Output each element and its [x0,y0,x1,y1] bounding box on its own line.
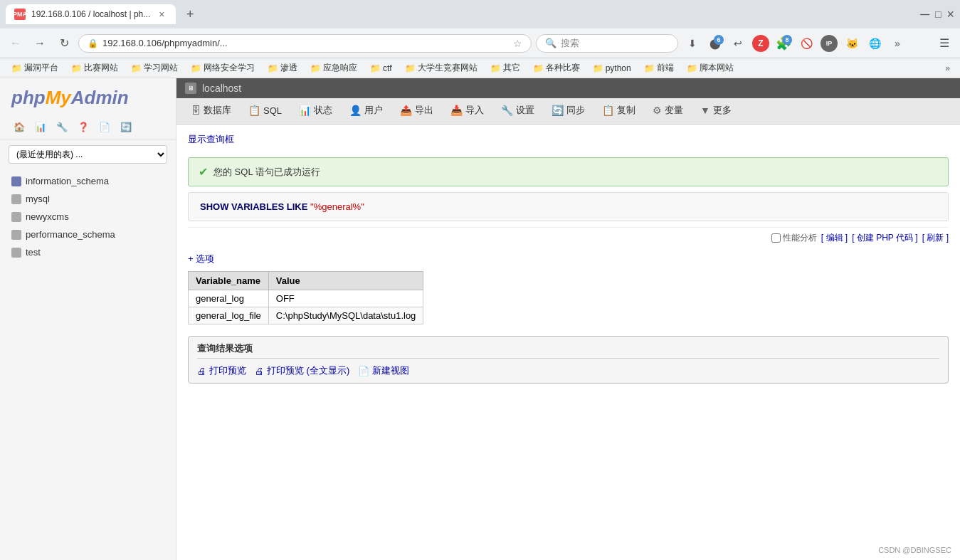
tab-export[interactable]: 📤 导出 [391,98,442,124]
tab-users[interactable]: 👤 用户 [341,98,391,124]
bookmarks-more-button[interactable]: » [941,62,954,75]
ip-button[interactable]: IP [819,33,839,53]
bookmark-item-6[interactable]: 📁 ctf [364,62,398,75]
bookmark-label-0: 漏洞平台 [24,62,58,74]
tab-import[interactable]: 📥 导入 [442,98,492,124]
back-button[interactable]: ← [6,33,26,53]
sidebar-docs-button[interactable]: 📄 [97,119,112,134]
bookmark-item-3[interactable]: 📁 网络安全学习 [185,60,260,75]
maximize-button[interactable]: □ [935,9,941,20]
close-window-button[interactable]: × [946,7,954,22]
bookmark-item-7[interactable]: 📁 大学生竞赛网站 [399,60,483,75]
sidebar-tools-button[interactable]: 🔧 [54,119,70,134]
browser-menu-button[interactable] [910,33,930,53]
tab-sql-label: SQL [263,105,282,116]
sidebar-home-button[interactable]: 🏠 [11,119,27,134]
nav-tabs: 🗄 数据库 📋 SQL 📊 状态 👤 用户 📤 导出 📥 导入 [176,98,960,125]
bookmark-item-8[interactable]: 📁 其它 [485,60,526,75]
minimize-button[interactable]: ─ [920,7,929,22]
bookmark-item-4[interactable]: 📁 渗透 [262,60,303,75]
tab-variables[interactable]: ⚙ 变量 [644,98,692,124]
tab-settings-label: 设置 [516,104,534,117]
ip-icon: IP [821,35,838,52]
import-tab-icon: 📥 [450,105,463,116]
print-fulltext-label: 打印预览 (全文显示) [267,364,349,377]
bookmark-item-12[interactable]: 📁 脚本网站 [681,60,739,75]
show-query-link[interactable]: 显示查询框 [188,133,234,146]
refresh-button[interactable]: ↻ [54,33,74,53]
extensions-button[interactable]: 🧩 8 [774,33,793,53]
bookmark-item-11[interactable]: 📁 前端 [638,60,680,75]
search-bar[interactable]: 🔍 搜索 [536,34,678,53]
recent-tables-dropdown[interactable]: (最近使用的表) ... [9,145,167,164]
cell-variable-1: general_log_file [189,307,269,324]
db-item-performance-schema[interactable]: performance_schema [0,226,176,243]
browser-tab[interactable]: PMA 192.168.0.106 / localhost | ph... × [6,4,176,24]
new-view-link[interactable]: 📄 新建视图 [358,364,409,377]
tab-replicate[interactable]: 📋 复制 [594,98,644,124]
tab-import-label: 导入 [465,104,484,117]
tab-sql[interactable]: 📋 SQL [240,99,290,123]
translate-button[interactable]: Z [751,33,771,53]
bookmark-item-10[interactable]: 📁 python [587,62,637,75]
performance-analysis-label[interactable]: 性能分析 [771,232,817,244]
tab-database[interactable]: 🗄 数据库 [182,98,240,124]
settings-tab-icon: 🔧 [501,105,513,116]
server-header: 🖥 localhost [176,78,960,98]
new-tab-button[interactable]: + [180,4,200,24]
bookmark-star-icon[interactable]: ☆ [513,38,522,49]
folder-icon-5: 📁 [310,63,321,73]
folder-icon-9: 📁 [533,63,544,73]
sql-display: SHOW VARIABLES LIKE "%general%" [188,192,949,221]
browser-settings-button[interactable]: ☰ [934,33,954,53]
bookmark-item-0[interactable]: 📁 漏洞平台 [6,60,64,75]
bookmark-item-1[interactable]: 📁 比赛网站 [65,60,124,75]
db-item-information-schema[interactable]: information_schema [0,172,176,190]
bookmark-item-2[interactable]: 📁 学习网站 [125,60,184,75]
plus-options-link[interactable]: + 选项 [188,253,949,265]
sidebar-help-button[interactable]: ❓ [75,119,91,134]
tab-title: 192.168.0.106 / localhost | ph... [31,9,150,19]
cat-button[interactable]: 🐱 [842,33,862,53]
tab-more[interactable]: ▼ 更多 [692,98,740,124]
folder-icon-7: 📁 [405,63,416,73]
tab-sync[interactable]: 🔄 同步 [543,98,594,124]
download-button[interactable]: ⬇ [682,33,702,53]
globe-button[interactable]: 🌐 [865,33,885,53]
folder-icon-4: 📁 [268,63,278,73]
bookmark-label-9: 各种比赛 [546,62,580,74]
php-code-link[interactable]: [ 创建 PHP 代码 ] [852,232,917,244]
db-item-newyxcms[interactable]: newyxcms [0,208,176,226]
db-item-mysql[interactable]: mysql [0,190,176,208]
recent-tables-select[interactable]: (最近使用的表) ... [9,145,167,164]
performance-analysis-checkbox[interactable] [771,233,781,243]
more-extensions-button[interactable]: » [887,33,907,53]
db-item-test[interactable]: test [0,243,176,261]
print-fulltext-link[interactable]: 🖨 打印预览 (全文显示) [255,364,349,377]
phpmyadmin-logo: phpMyAdmin [0,78,176,115]
edit-link[interactable]: [ 编辑 ] [821,232,848,244]
watermark: CSDN @DBINGSEC [878,546,951,554]
sidebar-refresh-button[interactable]: 🔄 [118,119,134,134]
sidebar-sql-button[interactable]: 📊 [33,119,48,134]
tab-close-button[interactable]: × [156,9,167,20]
tab-status[interactable]: 📊 状态 [290,98,341,124]
logo-my: My [46,87,71,108]
bookmark-item-9[interactable]: 📁 各种比赛 [527,60,586,75]
db-name-1: mysql [26,194,50,204]
results-table: Variable_name Value general_log OFF gene… [188,271,423,324]
db-name-0: information_schema [26,176,109,186]
print-preview-link[interactable]: 🖨 打印预览 [197,364,246,377]
address-bar[interactable]: 🔒 192.168.0.106/phpmyadmin/... ☆ [78,34,532,53]
print-links: 🖨 打印预览 🖨 打印预览 (全文显示) 📄 新建视图 [197,364,939,377]
notification-button[interactable]: ⬤ 6 [705,33,725,53]
undo-button[interactable]: ↩ [728,33,748,53]
bookmark-label-7: 大学生竞赛网站 [418,62,478,74]
refresh-link[interactable]: [ 刷新 ] [922,232,949,244]
security-icon: 🔒 [88,38,98,48]
block-button[interactable]: 🚫 [796,33,816,53]
tab-status-label: 状态 [314,104,332,117]
bookmark-item-5[interactable]: 📁 应急响应 [305,60,363,75]
forward-button[interactable]: → [30,33,50,53]
tab-settings[interactable]: 🔧 设置 [492,98,543,124]
